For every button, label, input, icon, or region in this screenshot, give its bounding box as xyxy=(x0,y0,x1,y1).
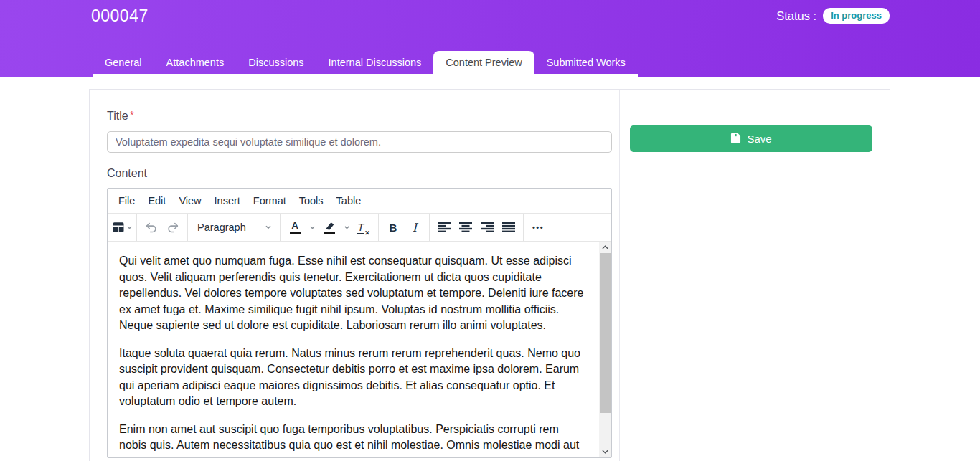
menu-file[interactable]: File xyxy=(112,191,141,210)
align-center-button[interactable] xyxy=(455,217,476,237)
editor-content[interactable]: Qui velit amet quo numquam fuga. Esse ni… xyxy=(108,242,599,457)
tab-submitted-works[interactable]: Submitted Works xyxy=(534,51,638,74)
chevron-down-icon xyxy=(265,224,272,231)
scrollbar-thumb[interactable] xyxy=(600,253,611,413)
editor-toolbar: Paragraph A xyxy=(108,214,611,242)
page-title: 000047 xyxy=(91,6,149,26)
status-label: Status : xyxy=(776,9,816,23)
tab-bar: General Attachments Discussions Internal… xyxy=(93,51,638,77)
save-icon xyxy=(730,133,741,146)
redo-icon xyxy=(166,221,180,234)
editor-paragraph: Enim non amet aut suscipit quo fuga temp… xyxy=(119,422,588,458)
editor-content-area: Qui velit amet quo numquam fuga. Esse ni… xyxy=(108,242,611,457)
menu-tools[interactable]: Tools xyxy=(293,191,330,210)
editor-paragraph: Qui velit amet quo numquam fuga. Esse ni… xyxy=(119,253,588,334)
align-left-icon xyxy=(438,222,451,232)
chevron-down-icon xyxy=(344,224,350,231)
more-options-icon: ••• xyxy=(532,223,544,232)
editor-scrollbar[interactable] xyxy=(599,242,611,457)
menu-edit[interactable]: Edit xyxy=(141,191,172,210)
title-input[interactable] xyxy=(107,131,612,153)
menu-format[interactable]: Format xyxy=(247,191,293,210)
table-button[interactable] xyxy=(111,217,133,237)
align-center-icon xyxy=(459,222,472,232)
text-color-button[interactable]: A xyxy=(284,217,306,237)
text-color-menu-button[interactable] xyxy=(306,217,319,237)
table-icon xyxy=(112,221,125,234)
menu-view[interactable]: View xyxy=(172,191,207,210)
page-header: 000047 Status : In progress General Atta… xyxy=(0,0,980,77)
highlight-color-button[interactable] xyxy=(319,217,340,237)
chevron-down-icon xyxy=(126,224,133,231)
status: Status : In progress xyxy=(776,8,890,24)
scroll-down-icon[interactable] xyxy=(599,446,611,457)
text-color-icon: A xyxy=(290,221,301,234)
highlight-color-menu-button[interactable] xyxy=(340,217,353,237)
title-label: Title* xyxy=(107,108,612,124)
undo-button[interactable] xyxy=(141,217,162,237)
italic-button[interactable]: I xyxy=(404,217,425,237)
editor-paragraph: Itaque soluta quaerat quia rerum. Natus … xyxy=(119,346,588,410)
tab-general[interactable]: General xyxy=(93,51,154,74)
content-label: Content xyxy=(107,166,612,181)
scroll-up-icon[interactable] xyxy=(599,242,611,253)
menu-table[interactable]: Table xyxy=(330,191,368,210)
menu-insert[interactable]: Insert xyxy=(208,191,247,210)
save-button[interactable]: Save xyxy=(630,125,872,152)
actions-column: Save xyxy=(619,90,890,461)
align-right-icon xyxy=(481,222,494,232)
redo-button[interactable] xyxy=(162,217,184,237)
tab-internal-discussions[interactable]: Internal Discussions xyxy=(316,51,434,74)
clear-formatting-button[interactable]: T✕ xyxy=(353,217,374,237)
editor-menubar: File Edit View Insert Format Tools Table xyxy=(108,189,611,214)
justify-icon xyxy=(502,222,515,232)
justify-button[interactable] xyxy=(498,217,519,237)
bold-icon: B xyxy=(390,222,397,234)
bold-button[interactable]: B xyxy=(382,217,404,237)
align-right-button[interactable] xyxy=(476,217,498,237)
tab-attachments[interactable]: Attachments xyxy=(154,51,237,74)
rich-text-editor: File Edit View Insert Format Tools Table xyxy=(107,188,612,458)
form-column: Title* Content File Edit View Insert For… xyxy=(90,90,619,461)
required-marker: * xyxy=(130,110,134,122)
chevron-down-icon xyxy=(309,224,316,231)
align-left-button[interactable] xyxy=(433,217,455,237)
tab-content-preview[interactable]: Content Preview xyxy=(433,51,534,74)
content-card: Title* Content File Edit View Insert For… xyxy=(89,89,890,461)
tab-discussions[interactable]: Discussions xyxy=(236,51,316,74)
status-badge: In progress xyxy=(823,8,890,24)
clear-formatting-icon: T xyxy=(357,222,364,234)
paragraph-style-select[interactable]: Paragraph xyxy=(192,217,276,237)
highlight-color-icon xyxy=(324,222,335,234)
more-options-button[interactable]: ••• xyxy=(527,217,549,237)
undo-icon xyxy=(144,221,159,234)
italic-icon: I xyxy=(413,221,417,234)
